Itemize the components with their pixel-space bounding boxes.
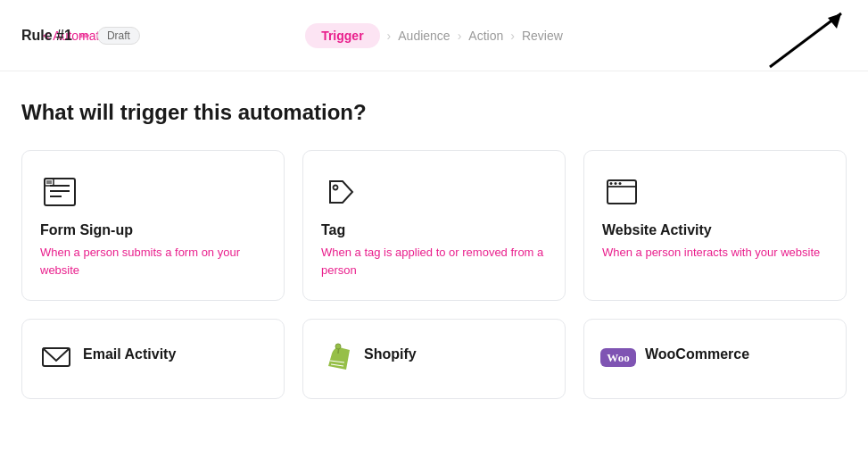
- woocommerce-title: WooCommerce: [645, 346, 749, 362]
- email-activity-icon: [40, 341, 72, 373]
- step-action[interactable]: Action: [468, 29, 503, 43]
- trigger-grid-bottom: Email Activity Shopify: [21, 319, 847, 399]
- email-activity-header: Email Activity: [40, 341, 266, 373]
- shopify-icon: [321, 341, 353, 373]
- trigger-card-tag[interactable]: Tag When a tag is applied to or removed …: [302, 150, 566, 301]
- website-activity-title: Website Activity: [602, 222, 828, 238]
- website-activity-icon: [602, 172, 641, 212]
- step-trigger[interactable]: Trigger: [305, 23, 379, 48]
- arrow-annotation: [743, 9, 850, 80]
- email-activity-title: Email Activity: [83, 346, 176, 362]
- tag-title: Tag: [321, 222, 547, 238]
- top-nav: < Automations Rule #1 ✏ Draft Trigger › …: [0, 0, 868, 71]
- page-title: What will trigger this automation?: [21, 100, 847, 125]
- step-arrow-3: ›: [510, 29, 515, 43]
- svg-rect-6: [45, 179, 54, 186]
- form-signup-icon: [40, 172, 79, 212]
- form-signup-desc: When a person submits a form on your web…: [40, 244, 266, 279]
- trigger-card-shopify[interactable]: Shopify: [302, 319, 566, 399]
- form-signup-title: Form Sign-up: [40, 222, 266, 238]
- draft-badge: Draft: [97, 27, 140, 45]
- svg-line-0: [770, 13, 841, 67]
- trigger-card-form-signup[interactable]: Form Sign-up When a person submits a for…: [21, 150, 285, 301]
- shopify-title: Shopify: [364, 346, 417, 362]
- trigger-grid-top: Form Sign-up When a person submits a for…: [21, 150, 847, 301]
- tag-icon: [321, 172, 360, 212]
- step-arrow-1: ›: [387, 29, 392, 43]
- svg-point-16: [335, 344, 341, 349]
- edit-icon[interactable]: ✏: [79, 29, 90, 43]
- step-review[interactable]: Review: [522, 29, 563, 43]
- svg-point-13: [615, 182, 617, 185]
- svg-point-12: [610, 182, 613, 185]
- website-activity-desc: When a person interacts with your websit…: [602, 244, 828, 262]
- tag-desc: When a tag is applied to or removed from…: [321, 244, 547, 279]
- step-audience[interactable]: Audience: [398, 29, 450, 43]
- woocommerce-icon: Woo: [602, 341, 634, 373]
- svg-point-14: [619, 182, 622, 185]
- rule-title: Rule #1: [21, 28, 72, 44]
- shopify-header: Shopify: [321, 341, 547, 373]
- step-arrow-2: ›: [458, 29, 462, 43]
- trigger-card-website-activity[interactable]: Website Activity When a person interacts…: [583, 150, 847, 301]
- main-content: What will trigger this automation? Form …: [0, 71, 868, 421]
- woocommerce-header: Woo WooCommerce: [602, 341, 828, 373]
- trigger-card-email-activity[interactable]: Email Activity: [21, 319, 285, 399]
- svg-point-9: [334, 186, 338, 190]
- stepper: Trigger › Audience › Action › Review: [305, 23, 563, 48]
- trigger-card-woocommerce[interactable]: Woo WooCommerce: [583, 319, 847, 399]
